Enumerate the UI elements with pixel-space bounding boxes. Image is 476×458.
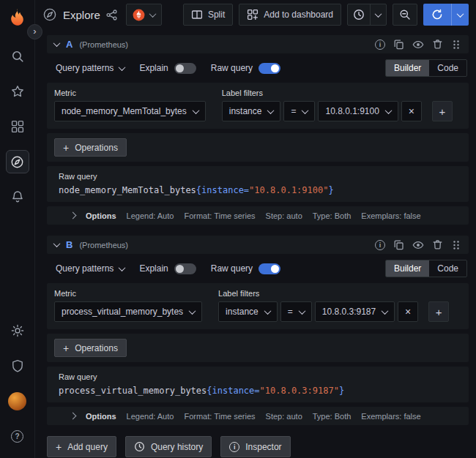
time-picker: [347, 4, 387, 26]
remove-query-button[interactable]: [432, 239, 443, 250]
run-query-caret[interactable]: [451, 4, 469, 26]
add-filter-button[interactable]: +: [432, 101, 453, 121]
duplicate-query-button[interactable]: [393, 39, 404, 50]
datasource-picker[interactable]: [126, 4, 162, 26]
add-query-button[interactable]: + Add query: [47, 436, 116, 457]
toggle-switch[interactable]: [259, 63, 280, 74]
options-title: Options: [86, 211, 116, 220]
query-ref-id: B: [66, 239, 72, 250]
add-operation-button[interactable]: + Operations: [54, 138, 127, 157]
chevron-down-icon[interactable]: [53, 240, 61, 247]
query-history-button[interactable]: Query history: [125, 436, 212, 457]
duplicate-query-button[interactable]: [393, 239, 404, 250]
sidebar-item-configuration[interactable]: [6, 319, 29, 342]
sidebar-item-admin[interactable]: [6, 354, 29, 378]
raw-query-label-part: {instance=: [207, 386, 259, 396]
time-picker-button[interactable]: [348, 4, 370, 25]
raw-query-label: Raw query: [211, 263, 253, 274]
add-to-dashboard-button[interactable]: Add to dashboard: [239, 4, 341, 26]
filter-key-select[interactable]: instance: [222, 101, 281, 121]
operations-section: + Operations: [47, 133, 469, 162]
query-row-header[interactable]: A (Prometheus) i: [47, 35, 469, 53]
query-ref-id: A: [66, 39, 72, 50]
query-help-button[interactable]: i: [375, 40, 385, 50]
raw-query-toggle[interactable]: Raw query: [211, 263, 280, 274]
shield-icon: [11, 359, 24, 372]
sidebar-item-starred[interactable]: [6, 80, 29, 103]
filter-value-select[interactable]: 10.8.0.1:9100: [318, 101, 398, 121]
app: ›: [0, 0, 476, 458]
query-options-row[interactable]: Options Legend: Auto Format: Time series…: [47, 206, 469, 225]
plus-icon: +: [439, 105, 445, 118]
label-filters-label: Label filters: [218, 289, 449, 298]
run-query-split-button: [423, 4, 469, 26]
metric-select[interactable]: node_memory_MemTotal_bytes: [54, 101, 206, 121]
code-mode-button[interactable]: Code: [429, 60, 466, 76]
chevron-down-icon: [382, 307, 389, 315]
sidebar-item-alerting[interactable]: [6, 185, 29, 209]
filter-operator-select[interactable]: =: [280, 301, 312, 322]
label-filter-row: instance = 10.8.0.1:9100 × +: [222, 101, 453, 121]
zoom-out-button[interactable]: [393, 4, 417, 26]
toggle-switch[interactable]: [174, 63, 196, 74]
chevron-right-icon[interactable]: [70, 413, 77, 420]
raw-query-metric: node_memory_MemTotal_bytes: [59, 185, 196, 195]
chevron-down-icon: [457, 10, 464, 18]
filter-value-select[interactable]: 10.8.0.3:9187: [315, 301, 395, 322]
toggle-switch[interactable]: [259, 263, 280, 274]
inspector-button[interactable]: i Inspector: [220, 436, 290, 457]
raw-query-title: Raw query: [59, 172, 461, 181]
metric-field-label: Metric: [54, 289, 202, 298]
label-filters-field: Label filters instance = 10.8.0.3:9187 ×…: [218, 289, 449, 322]
toggle-switch[interactable]: [174, 263, 196, 274]
sidebar: ›: [0, 0, 35, 458]
chevron-down-icon: [298, 307, 305, 315]
add-filter-button[interactable]: +: [428, 301, 449, 322]
sidebar-expand-button[interactable]: ›: [27, 24, 42, 40]
sidebar-item-help[interactable]: ?: [6, 424, 29, 448]
grafana-logo[interactable]: [7, 7, 27, 27]
remove-filter-button[interactable]: ×: [401, 101, 422, 121]
query-help-button[interactable]: i: [375, 240, 385, 250]
chevron-down-icon: [192, 107, 199, 114]
chevron-down-icon: [189, 307, 196, 315]
operations-label: Operations: [75, 143, 118, 153]
filter-operator-select[interactable]: =: [283, 101, 315, 121]
sidebar-item-profile[interactable]: [6, 389, 29, 413]
sidebar-item-explore[interactable]: [6, 150, 29, 173]
drag-handle-icon[interactable]: [451, 39, 461, 50]
query-patterns-dropdown[interactable]: Query patterns: [56, 63, 124, 73]
filter-operator-value: =: [288, 307, 293, 317]
clock-icon: [353, 9, 365, 20]
explain-toggle[interactable]: Explain: [139, 63, 196, 74]
raw-query-close: }: [328, 185, 333, 195]
remove-filter-button[interactable]: ×: [398, 301, 418, 322]
metric-select[interactable]: process_virtual_memory_bytes: [54, 301, 202, 322]
sidebar-item-search[interactable]: [6, 45, 29, 68]
split-button[interactable]: Split: [183, 4, 233, 26]
chevron-down-icon[interactable]: [53, 40, 61, 47]
disable-query-button[interactable]: [412, 239, 424, 251]
filter-key-select[interactable]: instance: [218, 301, 278, 322]
query-patterns-label: Query patterns: [56, 263, 114, 274]
query-options-row[interactable]: Options Legend: Auto Format: Time series…: [47, 407, 469, 425]
drag-handle-icon[interactable]: [451, 239, 461, 251]
run-query-button[interactable]: [423, 4, 451, 26]
builder-mode-button[interactable]: Builder: [386, 60, 429, 76]
label-filters-field: Label filters instance = 10.8.0.1:9100 ×…: [222, 89, 453, 121]
disable-query-button[interactable]: [412, 39, 424, 50]
query-patterns-dropdown[interactable]: Query patterns: [56, 263, 124, 274]
explain-toggle[interactable]: Explain: [139, 263, 196, 274]
share-icon[interactable]: [106, 10, 117, 20]
raw-query-toggle[interactable]: Raw query: [211, 63, 280, 74]
query-row-header[interactable]: B (Prometheus) i: [47, 236, 469, 254]
builder-mode-button[interactable]: Builder: [386, 260, 429, 277]
chevron-right-icon[interactable]: [70, 212, 77, 219]
code-mode-button[interactable]: Code: [429, 260, 466, 277]
metric-value: node_memory_MemTotal_bytes: [62, 106, 187, 116]
time-picker-caret[interactable]: [370, 4, 386, 25]
add-to-dashboard-label: Add to dashboard: [264, 10, 333, 20]
sidebar-item-dashboards[interactable]: [6, 115, 29, 138]
remove-query-button[interactable]: [432, 39, 443, 50]
add-operation-button[interactable]: + Operations: [54, 339, 127, 357]
